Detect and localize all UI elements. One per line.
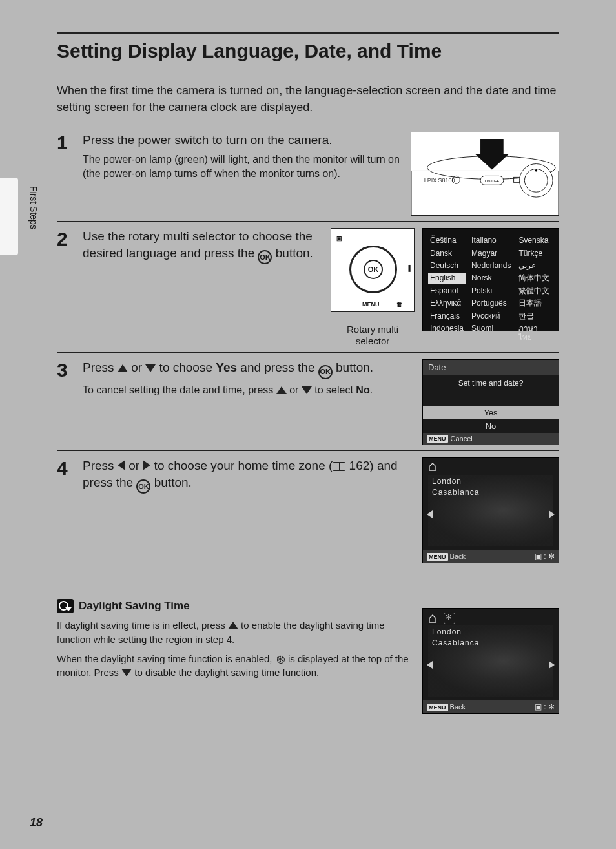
language-option: Português bbox=[469, 298, 513, 308]
tz-location-2: Casablanca bbox=[432, 638, 479, 649]
ok-button-icon: OK bbox=[136, 479, 150, 494]
date-screen-title: Date bbox=[423, 360, 559, 375]
step-4: 4 Press or to choose your home time zone… bbox=[57, 457, 559, 563]
step-3-sub: To cancel setting the date and time, pre… bbox=[83, 383, 415, 397]
left-triangle-icon bbox=[118, 460, 125, 470]
menu-chip-icon: MENU bbox=[427, 553, 448, 561]
left-arrow-icon bbox=[427, 661, 433, 669]
step-1-heading: Press the power switch to turn on the ca… bbox=[83, 132, 403, 149]
note-section: Daylight Saving Time If daylight saving … bbox=[57, 589, 559, 714]
language-option: Norsk bbox=[469, 273, 513, 283]
language-option: Español bbox=[428, 286, 466, 296]
language-option: 한글 bbox=[517, 311, 553, 321]
playback-icon: ▣ bbox=[336, 235, 342, 242]
step-1: 1 Press the power switch to turn on the … bbox=[57, 132, 559, 216]
tz-location-1: London bbox=[432, 627, 479, 638]
language-select-screen: ČeštinaDanskDeutschEnglishEspañolΕλληνικ… bbox=[422, 228, 559, 331]
ok-button-icon: OK bbox=[318, 365, 333, 379]
svg-text:●: ● bbox=[535, 168, 538, 174]
model-label: LPIX S8100 bbox=[424, 178, 455, 184]
divider bbox=[57, 352, 559, 353]
home-icon bbox=[428, 614, 437, 623]
ok-button-icon: OK bbox=[258, 250, 272, 264]
divider bbox=[57, 450, 559, 451]
language-option: Nederlands bbox=[469, 260, 513, 271]
dst-sun-icon bbox=[275, 654, 285, 664]
up-triangle-icon bbox=[276, 386, 287, 394]
divider bbox=[57, 125, 559, 125]
home-icon bbox=[428, 462, 437, 471]
timezone-screen: London Casablanca MENU Back ▣ : ✻ bbox=[422, 457, 559, 563]
back-label: Back bbox=[450, 552, 466, 560]
back-label: Back bbox=[450, 703, 466, 711]
language-option: Indonesia bbox=[428, 323, 466, 333]
svg-marker-3 bbox=[475, 139, 509, 170]
ok-center-icon: OK bbox=[364, 260, 383, 279]
step-1-sub: The power-on lamp (green) will light, an… bbox=[83, 152, 403, 182]
language-option: عربي bbox=[517, 260, 553, 271]
down-triangle-icon bbox=[121, 669, 132, 676]
intro-text: When the first time the camera is turned… bbox=[57, 82, 559, 116]
dst-enabled-icon bbox=[444, 613, 455, 624]
menu-label-icon: MENU bbox=[362, 301, 380, 308]
right-arrow-icon bbox=[549, 661, 555, 669]
language-option: 简体中文 bbox=[517, 273, 553, 283]
tz-location-2: Casablanca bbox=[432, 487, 479, 498]
language-option: 日本語 bbox=[517, 298, 553, 308]
right-arrow-icon bbox=[549, 510, 555, 518]
manual-ref-icon bbox=[333, 462, 345, 471]
step-2: 2 Use the rotary multi selector to choos… bbox=[57, 228, 559, 347]
tz-location-1: London bbox=[432, 476, 479, 487]
note-paragraph-1: If daylight saving time is in effect, pr… bbox=[57, 618, 411, 647]
down-triangle-icon bbox=[302, 386, 312, 394]
timezone-dst-screen: London Casablanca MENU Back ▣ : ✻ bbox=[422, 608, 559, 714]
note-heading: Daylight Saving Time bbox=[79, 600, 190, 613]
trash-icon: 🗑 bbox=[396, 301, 402, 308]
page-title: Setting Display Language, Date, and Time bbox=[57, 32, 559, 70]
down-triangle-icon bbox=[145, 364, 156, 372]
date-screen-question: Set time and date? bbox=[423, 379, 559, 388]
manual-page: First Steps Setting Display Language, Da… bbox=[0, 0, 616, 849]
step-number: 4 bbox=[57, 457, 83, 563]
step-number: 3 bbox=[57, 359, 83, 445]
language-option: Italiano bbox=[469, 235, 513, 246]
language-option: Čeština bbox=[428, 235, 466, 246]
menu-chip-icon: MENU bbox=[427, 435, 448, 443]
step-number: 1 bbox=[57, 132, 83, 216]
language-option: Suomi bbox=[469, 323, 513, 333]
up-triangle-icon bbox=[228, 622, 238, 629]
language-option: 繁體中文 bbox=[517, 286, 553, 296]
dst-hint-icon: ▣ : ✻ bbox=[535, 552, 555, 561]
up-triangle-icon bbox=[118, 364, 128, 372]
language-option: Polski bbox=[469, 286, 513, 296]
dst-hint-icon: ▣ : ✻ bbox=[535, 702, 555, 711]
left-arrow-icon bbox=[427, 510, 433, 518]
date-confirm-screen: Date Set time and date? Yes No MENU Canc… bbox=[422, 359, 559, 445]
step-number: 2 bbox=[57, 228, 83, 347]
side-tab-bg bbox=[0, 178, 18, 255]
language-option: English bbox=[428, 273, 466, 283]
step-2-heading: Use the rotary multi selector to choose … bbox=[83, 228, 323, 264]
rotary-caption: Rotary multi selector bbox=[331, 324, 415, 347]
language-option: Dansk bbox=[428, 248, 466, 258]
language-option: Svenska bbox=[517, 235, 553, 246]
page-number: 18 bbox=[30, 816, 43, 830]
step-3-heading: Press or to choose Yes and press the OK … bbox=[83, 359, 415, 379]
divider bbox=[57, 582, 559, 582]
note-icon bbox=[57, 599, 74, 613]
language-option: Türkçe bbox=[517, 248, 553, 258]
note-paragraph-2: When the daylight saving time function i… bbox=[57, 652, 411, 680]
language-option: ภาษาไทย bbox=[517, 323, 553, 343]
date-no-option: No bbox=[423, 419, 559, 433]
language-option: Magyar bbox=[469, 248, 513, 258]
right-triangle-icon bbox=[143, 460, 150, 470]
language-option: Deutsch bbox=[428, 260, 466, 271]
date-yes-option: Yes bbox=[423, 406, 559, 419]
language-option: Русский bbox=[469, 311, 513, 321]
step-4-heading: Press or to choose your home time zone (… bbox=[83, 457, 415, 494]
camera-top-diagram: LPIX S8100 ON/OFF ● bbox=[411, 132, 559, 216]
cancel-label: Cancel bbox=[451, 435, 473, 443]
language-option: Français bbox=[428, 311, 466, 321]
rotary-selector-diagram: OK ▣ MENU 🗑 ▌ Rotary multi selector bbox=[331, 228, 415, 347]
language-option: Ελληνικά bbox=[428, 298, 466, 308]
